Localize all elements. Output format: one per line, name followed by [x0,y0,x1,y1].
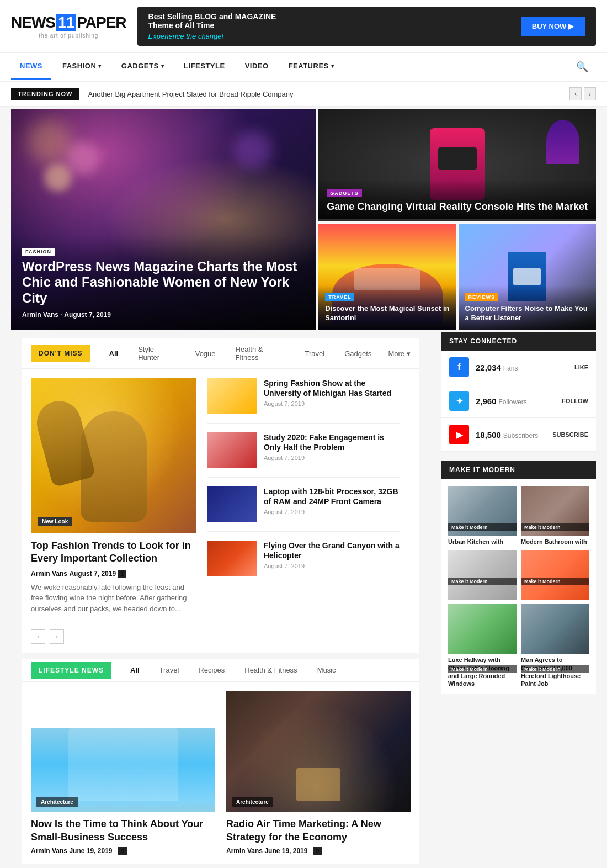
modern-item[interactable]: Make it Modern Urban Kitchen with [448,486,517,546]
facebook-item: f 22,034 Fans LIKE [441,351,596,384]
featured-article-image[interactable]: New Look [31,378,196,533]
ls-tab-music[interactable]: Music [312,659,342,682]
logo-text-1: NEWS [11,14,55,31]
featured-author: Armin Vans August 7, 2019 1 [31,570,196,578]
logo-tagline: the art of publishing [11,33,126,39]
article-thumbnail[interactable] [207,541,257,576]
ad-copy: Best Selling BLOG and MAGAZINE Theme of … [148,12,276,40]
ad-title-1: Best Selling BLOG and MAGAZINE [148,12,276,21]
nav-item-lifestyle[interactable]: LIFESTYLE [175,54,234,80]
make-modern-header: MAKE IT MODERN [441,461,596,479]
list-item: Laptop with 128-bit Processor, 32GB of R… [207,486,400,532]
lifestyle-card[interactable]: Architecture Radio Air Time Marketing: A… [226,691,411,855]
youtube-count: 18,500 [476,430,501,440]
hero-main-overlay: FASHION WordPress News Magazine Charts t… [11,235,316,330]
modern-item-title: Modern Bathroom with [521,538,589,546]
dont-miss-list: Spring Fashion Show at the University of… [196,378,411,644]
dont-miss-header: DON'T MISS All Style Hunter Vogue Health… [22,338,419,369]
article-thumbnail[interactable] [207,378,257,414]
article-title[interactable]: Laptop with 128-bit Processor, 32GB of R… [264,486,400,506]
site-logo[interactable]: NEWS 11 PAPER the art of publishing [11,14,126,39]
article-info: Study 2020: Fake Engagement is Only Half… [264,432,400,461]
modern-item-tag: Make it Modern [448,523,517,531]
ls-tab-health[interactable]: Health & Fitness [239,659,302,682]
stay-connected-header: STAY CONNECTED [441,332,596,351]
modern-item[interactable]: Make it Modern Man Agrees to Complete $5… [521,604,589,687]
article-thumbnail[interactable] [207,432,257,468]
nav-item-fashion[interactable]: FASHION ▾ [54,54,110,80]
list-item: Spring Fashion Show at the University of… [207,378,400,424]
modern-item-image [448,604,517,654]
hero-main-date: August 7, 2019 [64,311,111,319]
nav-item-features[interactable]: FEATURES ▾ [280,54,343,80]
featured-title[interactable]: Top Fashion Trends to Look for in Every … [31,539,196,565]
dont-miss-content: New Look Top Fashion Trends to Look for … [22,369,419,653]
twitter-item: ✦ 2,960 Followers FOLLOW [441,384,596,418]
trending-next-button[interactable]: › [584,87,596,100]
lifestyle-card[interactable]: Architecture Now Is the Time to Think Ab… [31,691,215,855]
article-title[interactable]: Flying Over the Grand Canyon with a Heli… [264,541,400,560]
nav-item-news[interactable]: NEWS [11,54,51,80]
search-button[interactable]: 🔍 [568,53,596,81]
tab-travel[interactable]: Travel [300,343,331,366]
hero-gadgets-article[interactable]: GADGETS Game Changing Virtual Reality Co… [318,109,596,221]
ls-tab-travel[interactable]: Travel [154,659,185,682]
hero-bottom-row: TRAVEL Discover the Most Magical Sunset … [318,224,596,330]
ls-tab-all[interactable]: All [125,659,145,682]
hero-main-title: WordPress News Magazine Charts the Most … [22,259,305,306]
facebook-like-button[interactable]: LIKE [574,364,588,371]
article-title[interactable]: Study 2020: Fake Engagement is Only Half… [264,432,400,452]
article-thumbnail[interactable] [207,486,257,522]
modern-item-tag: Make it Modern [448,578,517,585]
tab-style-hunter[interactable]: Style Hunter [132,338,181,369]
trending-text[interactable]: Another Big Apartment Project Slated for… [88,90,561,98]
pagination-next[interactable]: › [50,629,64,644]
hero-travel-article[interactable]: TRAVEL Discover the Most Magical Sunset … [318,224,456,330]
tab-vogue[interactable]: Vogue [190,343,221,366]
modern-item[interactable]: Make it Modern [521,550,589,600]
hero-reviews-article[interactable]: REVIEWS Computer Filters Noise to Make Y… [459,224,596,330]
pagination-prev[interactable]: ‹ [31,629,45,644]
tab-gadgets[interactable]: Gadgets [339,343,377,366]
hero-reviews-category: REVIEWS [465,293,499,301]
lifestyle-section: LIFESTYLE NEWS All Travel Recipes Health… [22,659,419,864]
trending-navigation: ‹ › [569,87,596,100]
more-dropdown[interactable]: More ▾ [388,350,411,358]
tab-health-fitness[interactable]: Health & Fitness [230,338,291,369]
chevron-down-icon: ▾ [331,63,334,69]
nav-item-video[interactable]: VIDEO [236,54,278,80]
twitter-follow-button[interactable]: FOLLOW [562,398,588,404]
ls-tab-recipes[interactable]: Recipes [193,659,230,682]
youtube-item: ▶ 18,500 Subscribers SUBSCRIBE [441,418,596,452]
lifestyle-card-title: Radio Air Time Marketing: A New Strategy… [226,818,411,844]
hero-travel-overlay: TRAVEL Discover the Most Magical Sunset … [318,285,456,330]
article-title[interactable]: Spring Fashion Show at the University of… [264,378,400,398]
chevron-down-icon: ▾ [161,63,164,69]
twitter-icon: ✦ [449,391,469,411]
trending-prev-button[interactable]: ‹ [569,87,582,100]
modern-item-image [448,550,517,600]
tab-all[interactable]: All [104,343,124,366]
modern-item-tag: Make it Modern [521,665,589,673]
modern-item-image [521,604,589,654]
facebook-stats: 22,034 Fans [476,363,568,372]
facebook-fans-label: Fans [503,364,518,372]
ad-buy-button[interactable]: BUY NOW ▶ [521,17,585,36]
modern-item[interactable]: Make it Modern Luxe Hallway with Chess T… [448,604,517,687]
dont-miss-section: DON'T MISS All Style Hunter Vogue Health… [11,332,430,868]
modern-item[interactable]: Make it Modern Modern Bathroom with [521,486,589,546]
youtube-subscribe-button[interactable]: SUBSCRIBE [552,431,588,438]
hero-main-article[interactable]: FASHION WordPress News Magazine Charts t… [11,109,316,330]
nav-item-gadgets[interactable]: GADGETS ▾ [113,54,173,80]
youtube-stats: 18,500 Subscribers [476,430,546,440]
article-info: Flying Over the Grand Canyon with a Heli… [264,541,400,569]
modern-item[interactable]: Make it Modern [448,550,517,600]
facebook-icon: f [449,357,469,377]
sidebar: STAY CONNECTED f 22,034 Fans LIKE ✦ 2,96… [441,332,596,868]
ad-title-2: Theme of All Time [148,21,276,30]
hero-right-column: GADGETS Game Changing Virtual Reality Co… [318,109,596,330]
lifestyle-card-author: Armin Vans June 19, 2019 0 [31,847,215,855]
twitter-stats: 2,960 Followers [476,396,555,406]
logo-text-2: PAPER [77,14,126,31]
lifestyle-grid: Architecture Now Is the Time to Think Ab… [22,682,419,864]
